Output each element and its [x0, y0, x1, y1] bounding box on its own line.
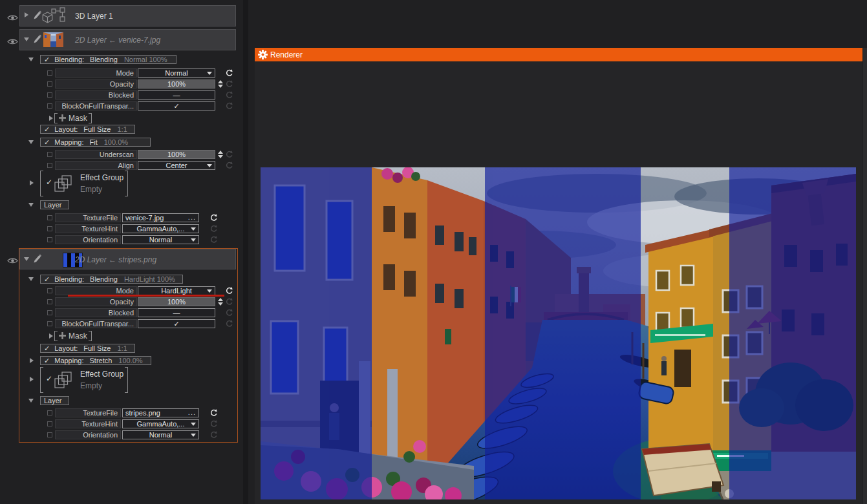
reset-icon[interactable]	[225, 69, 233, 77]
reset-icon[interactable]	[225, 102, 233, 110]
reset-icon[interactable]	[209, 420, 217, 428]
reset-icon[interactable]	[225, 162, 233, 169]
expander-open-icon[interactable]	[24, 257, 29, 261]
reset-icon[interactable]	[225, 320, 233, 328]
animate-checkbox[interactable]	[47, 299, 52, 304]
stripes-layout-header[interactable]: ✓ Layout: Full Size 1:1	[40, 344, 135, 353]
expander-collapsed-icon[interactable]	[30, 377, 34, 382]
opacity-input[interactable]: 100%	[138, 297, 215, 306]
texturefile-label: TextureFile	[55, 213, 121, 222]
venice-layout-header[interactable]: ✓ Layout: Full Size 1:1	[40, 125, 135, 134]
stripes-blending-header[interactable]: ✓ Blending: Blending HardLight 100%	[40, 275, 183, 284]
animate-checkbox[interactable]	[47, 432, 52, 437]
layers-stack-icon	[54, 175, 72, 195]
stripes-orientation-row: Orientation Normal	[0, 430, 238, 441]
layer-header-3d[interactable]: 3D Layer 1	[19, 5, 236, 26]
stripes-texturehint-row: TextureHint GammaAuto,...	[0, 419, 238, 430]
opacity-input[interactable]: 100%	[138, 79, 215, 89]
animate-checkbox[interactable]	[47, 81, 52, 87]
venice-layer-section-header[interactable]: Layer	[40, 200, 69, 209]
expander-collapsed-icon[interactable]	[25, 12, 28, 17]
texturehint-value: GammaAuto,...	[137, 225, 185, 233]
blockonfull-label: BlockOnFullTranspar...	[55, 101, 137, 110]
underscan-input[interactable]: 100%	[138, 150, 215, 159]
reset-icon[interactable]	[209, 236, 217, 244]
expander-open-icon[interactable]	[28, 203, 34, 207]
blockonfull-toggle[interactable]: ✓	[138, 319, 215, 328]
stripes-mapping-header[interactable]: ✓ Mapping: Stretch 100.0%	[40, 356, 151, 365]
gear-icon[interactable]	[258, 50, 268, 62]
layer-header-stripes[interactable]: 2D Layer ← stripes.png	[19, 249, 236, 269]
eye-icon[interactable]	[7, 255, 18, 267]
expander-open-icon[interactable]	[28, 140, 34, 144]
reset-icon[interactable]	[209, 431, 217, 439]
texturefile-input[interactable]: stripes.png...	[122, 408, 199, 417]
value-stepper[interactable]	[218, 80, 224, 89]
reset-icon[interactable]	[225, 151, 233, 158]
texturehint-dropdown[interactable]: GammaAuto,...	[122, 419, 199, 428]
blocked-toggle[interactable]: —	[138, 90, 215, 100]
stripes-layer-section-header[interactable]: Layer	[40, 396, 69, 405]
venice-blending-header[interactable]: ✓ Blending: Blending Normal 100%	[40, 55, 177, 64]
check-icon[interactable]: ✓	[46, 178, 52, 187]
value-stepper[interactable]	[218, 151, 224, 159]
expander-collapsed-icon[interactable]	[49, 333, 53, 339]
animate-checkbox[interactable]	[47, 70, 52, 76]
plus-icon[interactable]	[59, 114, 66, 123]
animate-checkbox[interactable]	[47, 310, 52, 315]
eye-icon[interactable]	[7, 12, 18, 24]
animate-checkbox[interactable]	[47, 288, 52, 293]
expander-open-icon[interactable]	[24, 37, 29, 41]
animate-checkbox[interactable]	[47, 237, 52, 242]
animate-checkbox[interactable]	[47, 410, 52, 415]
blocked-toggle[interactable]: —	[138, 308, 215, 317]
orientation-dropdown[interactable]: Normal	[122, 235, 199, 244]
mode-value: Normal	[165, 69, 187, 77]
animate-checkbox[interactable]	[47, 321, 52, 326]
animate-checkbox[interactable]	[47, 152, 52, 157]
expander-collapsed-icon[interactable]	[30, 358, 34, 363]
expander-open-icon[interactable]	[28, 277, 34, 281]
expander-collapsed-icon[interactable]	[30, 180, 34, 185]
eye-icon[interactable]	[7, 36, 18, 48]
panel-right-edge[interactable]	[863, 48, 867, 504]
expander-open-icon[interactable]	[28, 399, 34, 403]
animate-checkbox[interactable]	[47, 421, 52, 426]
layer-title-venice: 2D Layer ← venice-7.jpg	[75, 36, 160, 45]
reset-icon[interactable]	[225, 287, 233, 295]
reset-icon[interactable]	[209, 409, 217, 417]
texturefile-value: stripes.png	[125, 409, 160, 417]
animate-checkbox[interactable]	[47, 92, 52, 98]
animate-checkbox[interactable]	[47, 103, 52, 109]
align-dropdown[interactable]: Center	[138, 161, 215, 170]
expander-collapsed-icon[interactable]	[49, 116, 53, 121]
animate-checkbox[interactable]	[47, 215, 52, 220]
reset-icon[interactable]	[209, 214, 217, 222]
reset-icon[interactable]	[209, 225, 217, 233]
chevron-down-icon	[207, 289, 212, 293]
venice-mapping-header[interactable]: ✓ Mapping: Fit 100.0%	[40, 138, 151, 147]
reset-icon[interactable]	[225, 298, 233, 306]
blockonfull-toggle[interactable]: ✓	[138, 101, 215, 110]
texturefile-label: TextureFile	[55, 408, 121, 417]
reset-icon[interactable]	[225, 309, 233, 317]
plus-icon[interactable]	[59, 332, 66, 341]
layout-ratio: 1:1	[118, 125, 127, 133]
mode-dropdown[interactable]: Normal	[138, 68, 215, 78]
orientation-dropdown[interactable]: Normal	[122, 430, 199, 439]
layer-header-venice[interactable]: 2D Layer ← venice-7.jpg	[19, 29, 236, 50]
reset-icon[interactable]	[225, 91, 233, 99]
mode-dropdown[interactable]: HardLight	[138, 286, 215, 295]
browse-button[interactable]: ...	[188, 213, 196, 221]
reset-icon[interactable]	[225, 80, 233, 88]
panel-divider[interactable]	[243, 0, 248, 504]
expander-open-icon[interactable]	[28, 58, 34, 61]
opacity-label: Opacity	[55, 79, 137, 89]
check-icon[interactable]: ✓	[46, 374, 52, 383]
value-stepper[interactable]	[218, 298, 224, 306]
animate-checkbox[interactable]	[47, 226, 52, 231]
animate-checkbox[interactable]	[47, 163, 52, 168]
texturehint-dropdown[interactable]: GammaAuto,...	[122, 224, 199, 233]
browse-button[interactable]: ...	[188, 408, 196, 416]
texturefile-input[interactable]: venice-7.jpg...	[122, 213, 199, 222]
